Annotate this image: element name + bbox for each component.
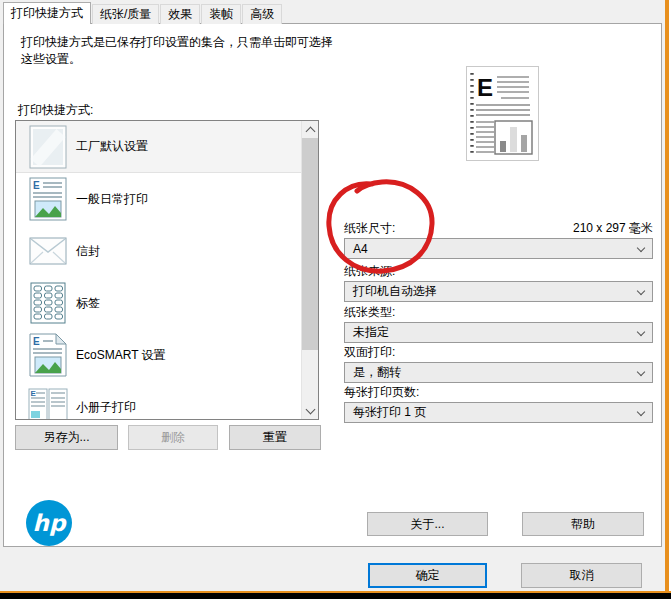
list-item[interactable]: 信封 xyxy=(16,225,301,277)
blank-page-icon xyxy=(28,125,68,169)
paper-source-value: 打印机自动选择 xyxy=(353,283,437,300)
paper-type-label: 纸张类型: xyxy=(344,304,395,321)
tab-bar: 打印快捷方式纸张/质量效果装帧高级 xyxy=(3,2,283,24)
hp-logo-text: hp xyxy=(33,510,67,536)
list-item[interactable]: E一般日常打印 xyxy=(16,173,301,225)
eco-document-icon: E xyxy=(28,333,68,377)
scrollbar[interactable] xyxy=(301,121,318,419)
list-item[interactable]: EEcoSMART 设置 xyxy=(16,329,301,381)
duplex-label: 双面打印: xyxy=(344,344,395,361)
chevron-down-icon xyxy=(637,243,645,251)
tab-1[interactable]: 纸张/质量 xyxy=(92,4,159,24)
labels-grid-icon xyxy=(28,281,68,325)
paper-source-label: 纸张来源: xyxy=(344,263,395,280)
chevron-down-icon xyxy=(637,327,645,335)
list-item-label: 信封 xyxy=(76,243,100,260)
list-item[interactable]: 工厂默认设置 xyxy=(16,121,301,173)
paper-type-select[interactable]: 未指定 xyxy=(344,322,653,343)
scrollbar-thumb[interactable] xyxy=(302,138,318,350)
reset-button[interactable]: 重置 xyxy=(229,425,321,450)
adjacent-window-edge xyxy=(665,0,669,593)
list-item-label: 小册子打印 xyxy=(76,399,136,416)
paper-type-value: 未指定 xyxy=(353,324,389,341)
list-item-label: 工厂默认设置 xyxy=(76,138,148,155)
list-item-label: 标签 xyxy=(76,295,100,312)
scroll-up-button[interactable] xyxy=(302,121,318,138)
chevron-down-icon xyxy=(637,367,645,375)
shortcuts-description: 打印快捷方式是已保存打印设置的集合，只需单击即可选择这些设置。 xyxy=(21,34,343,68)
svg-text:E: E xyxy=(31,389,37,398)
duplex-select[interactable]: 是，翻转 xyxy=(344,362,653,383)
preview-page-graphic: E xyxy=(466,66,539,161)
scroll-down-button[interactable] xyxy=(302,402,318,419)
save-as-button[interactable]: 另存为... xyxy=(15,425,118,450)
printer-preferences-dialog: 打印快捷方式纸张/质量效果装帧高级 打印快捷方式是已保存打印设置的集合，只需单击… xyxy=(0,0,665,591)
pages-per-sheet-value: 每张打印 1 页 xyxy=(353,404,426,421)
shortcut-list-label: 打印快捷方式: xyxy=(18,102,93,119)
svg-text:E: E xyxy=(477,74,493,101)
about-button[interactable]: 关于... xyxy=(367,512,488,536)
paper-size-value: A4 xyxy=(353,242,368,256)
paper-size-dimensions: 210 x 297 毫米 xyxy=(344,220,653,237)
pages-per-sheet-select[interactable]: 每张打印 1 页 xyxy=(344,402,653,423)
chevron-down-icon xyxy=(637,286,645,294)
envelope-icon xyxy=(28,229,68,273)
pages-per-sheet-label: 每张打印页数: xyxy=(344,384,419,401)
chevron-down-icon xyxy=(305,404,315,414)
svg-text:E: E xyxy=(33,180,40,191)
tab-page-print-shortcuts: 打印快捷方式是已保存打印设置的集合，只需单击即可选择这些设置。 打印快捷方式: … xyxy=(3,23,662,547)
tab-2[interactable]: 效果 xyxy=(160,4,200,24)
duplex-value: 是，翻转 xyxy=(353,364,401,381)
list-item[interactable]: 标签 xyxy=(16,277,301,329)
hp-logo-icon: hp xyxy=(26,500,72,546)
chevron-up-icon xyxy=(305,127,315,137)
list-item[interactable]: E小册子打印 xyxy=(16,381,301,419)
tab-3[interactable]: 装帧 xyxy=(201,4,241,24)
tab-4[interactable]: 高级 xyxy=(242,4,282,24)
document-with-image-icon: E xyxy=(28,177,68,221)
paper-source-select[interactable]: 打印机自动选择 xyxy=(344,281,653,302)
list-item-label: EcoSMART 设置 xyxy=(76,347,166,364)
cancel-button[interactable]: 取消 xyxy=(521,563,642,588)
shortcut-list: 工厂默认设置E一般日常打印信封标签EEcoSMART 设置E小册子打印 xyxy=(15,120,319,420)
tab-0-active[interactable]: 打印快捷方式 xyxy=(3,2,91,24)
shortcut-list-items: 工厂默认设置E一般日常打印信封标签EEcoSMART 设置E小册子打印 xyxy=(16,121,301,419)
ok-button[interactable]: 确定 xyxy=(368,563,487,588)
help-button[interactable]: 帮助 xyxy=(522,512,644,536)
chevron-down-icon xyxy=(637,407,645,415)
delete-button[interactable]: 删除 xyxy=(128,425,218,450)
svg-text:E: E xyxy=(33,336,40,347)
paper-size-select[interactable]: A4 xyxy=(344,238,653,259)
print-preview-thumbnail: E xyxy=(466,66,539,161)
adjacent-window-edge xyxy=(0,593,671,599)
list-item-label: 一般日常打印 xyxy=(76,191,148,208)
booklet-icon: E xyxy=(28,385,68,419)
